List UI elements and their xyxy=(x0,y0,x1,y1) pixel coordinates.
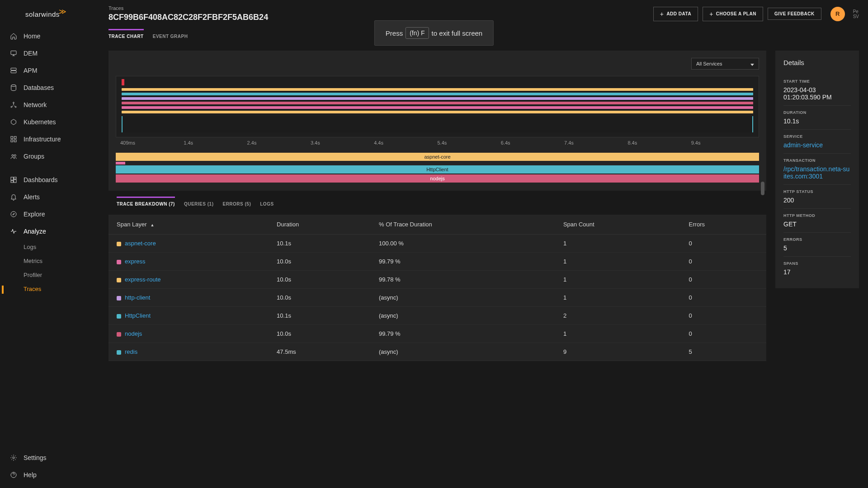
nav-label: DEM xyxy=(24,50,38,57)
layer-link[interactable]: aspnet-core xyxy=(125,240,156,247)
layer-link[interactable]: http-client xyxy=(125,294,150,301)
table-row[interactable]: HttpClient10.1s(async)20 xyxy=(108,307,766,325)
cell-pct: (async) xyxy=(371,307,555,325)
table-row[interactable]: http-client10.0s(async)10 xyxy=(108,289,766,307)
detail-spans: Spans 17 xyxy=(783,257,851,280)
nav-help[interactable]: Help xyxy=(0,466,99,483)
table-row[interactable]: express-route10.0s99.78 %10 xyxy=(108,271,766,289)
svg-rect-8 xyxy=(11,136,13,139)
table-row[interactable]: aspnet-core10.1s100.00 %10 xyxy=(108,235,766,253)
cell-pct: 99.79 % xyxy=(371,253,555,271)
cell-pct: (async) xyxy=(371,289,555,307)
sidebar: solarwinds≫ Home DEM APM Databases Netwo… xyxy=(0,0,99,488)
add-data-button[interactable]: Add Data xyxy=(653,7,698,21)
cell-duration: 10.0s xyxy=(269,253,371,271)
cell-span-count: 1 xyxy=(555,271,681,289)
avatar-meta: Pe SV xyxy=(853,9,859,19)
cell-pct: (async) xyxy=(371,343,555,361)
dashboard-icon xyxy=(10,176,17,183)
timeline-ticks: 409ms 1.4s 2.4s 3.4s 4.4s 5.4s 6.4s 7.4s… xyxy=(116,137,759,148)
detail-http-status: HTTP Status 200 xyxy=(783,185,851,209)
tab-trace-chart[interactable]: Trace Chart xyxy=(108,29,144,42)
svg-marker-19 xyxy=(13,213,14,215)
subnav-logs[interactable]: Logs xyxy=(24,240,99,254)
layer-link[interactable]: express-route xyxy=(125,276,160,283)
cell-span-count: 2 xyxy=(555,307,681,325)
tab-logs[interactable]: Logs xyxy=(260,198,274,210)
nav-analyze[interactable]: Analyze xyxy=(0,223,99,240)
choose-plan-button[interactable]: Choose A Plan xyxy=(703,7,763,21)
nav-network[interactable]: Network xyxy=(0,96,99,113)
svg-point-12 xyxy=(12,155,14,156)
tab-event-graph[interactable]: Event Graph xyxy=(153,30,188,42)
nav-dem[interactable]: DEM xyxy=(0,45,99,62)
subnav-traces[interactable]: Traces xyxy=(24,282,99,296)
tab-errors[interactable]: Errors (5) xyxy=(222,198,251,210)
cell-duration: 10.0s xyxy=(269,325,371,343)
nav-dashboards[interactable]: Dashboards xyxy=(0,171,99,188)
tab-queries[interactable]: Queries (1) xyxy=(184,198,214,210)
cell-duration: 47.5ms xyxy=(269,343,371,361)
compass-icon xyxy=(10,211,17,218)
cell-errors: 0 xyxy=(681,253,766,271)
col-span-count[interactable]: Span Count xyxy=(555,215,681,235)
nav-kubernetes[interactable]: Kubernetes xyxy=(0,113,99,131)
nav-label: Settings xyxy=(24,454,47,461)
cell-span-count: 1 xyxy=(555,325,681,343)
cell-errors: 5 xyxy=(681,343,766,361)
legend-nodejs[interactable]: nodejs xyxy=(116,174,759,183)
legend-aspnet-core[interactable]: aspnet-core xyxy=(116,153,759,161)
svg-point-13 xyxy=(14,155,16,156)
nav-explore[interactable]: Explore xyxy=(0,206,99,223)
legend-express[interactable] xyxy=(116,162,125,164)
avatar[interactable]: R xyxy=(830,7,845,21)
subnav-metrics[interactable]: Metrics xyxy=(24,254,99,268)
network-icon xyxy=(10,101,17,108)
color-swatch xyxy=(117,350,121,355)
nav-label: Databases xyxy=(24,84,54,91)
give-feedback-button[interactable]: Give Feedback xyxy=(768,8,821,20)
svg-marker-7 xyxy=(11,119,16,125)
nav-settings[interactable]: Settings xyxy=(0,449,99,466)
table-row[interactable]: nodejs10.0s99.79 %10 xyxy=(108,325,766,343)
layer-link[interactable]: nodejs xyxy=(125,330,142,337)
nav-label: Dashboards xyxy=(24,176,58,183)
subnav-profiler[interactable]: Profiler xyxy=(24,268,99,282)
col-pct[interactable]: % Of Trace Duration xyxy=(371,215,555,235)
layer-link[interactable]: redis xyxy=(125,348,137,355)
nav-groups[interactable]: Groups xyxy=(0,148,99,165)
svg-rect-10 xyxy=(11,140,13,142)
nav-label: Network xyxy=(24,101,47,108)
nav-label: Help xyxy=(24,471,37,479)
svg-point-18 xyxy=(11,211,16,217)
layer-link[interactable]: express xyxy=(125,258,146,265)
layer-link[interactable]: HttpClient xyxy=(125,312,151,319)
gear-icon xyxy=(10,454,17,461)
pulse-icon xyxy=(10,228,17,235)
details-panel: Details Start Time 2023-04-03 01:20:03.5… xyxy=(775,51,859,288)
legend-httpclient[interactable]: HttpClient xyxy=(116,165,759,174)
nav-infrastructure[interactable]: Infrastructure xyxy=(0,131,99,148)
table-row[interactable]: express10.0s99.79 %10 xyxy=(108,253,766,271)
cell-duration: 10.1s xyxy=(269,235,371,253)
detail-transaction: Transaction /rpc/transaction.neta-suites… xyxy=(783,154,851,185)
col-errors[interactable]: Errors xyxy=(681,215,766,235)
tab-trace-breakdown[interactable]: Trace Breakdown (7) xyxy=(117,197,175,210)
table-row[interactable]: redis47.5ms(async)95 xyxy=(108,343,766,361)
col-span-layer[interactable]: Span Layer xyxy=(108,215,269,235)
svg-rect-11 xyxy=(14,140,16,142)
nav-label: Explore xyxy=(24,211,45,218)
nav-alerts[interactable]: Alerts xyxy=(0,188,99,206)
chart-scrollbar[interactable] xyxy=(761,182,764,195)
waterfall-chart[interactable] xyxy=(116,76,759,137)
svg-rect-15 xyxy=(14,177,16,179)
nav-home[interactable]: Home xyxy=(0,28,99,45)
breadcrumb-parent[interactable]: Traces xyxy=(108,5,653,11)
col-duration[interactable]: Duration xyxy=(269,215,371,235)
nav-databases[interactable]: Databases xyxy=(0,79,99,96)
cell-span-count: 1 xyxy=(555,235,681,253)
detail-http-method: HTTP Method GET xyxy=(783,209,851,233)
nav-apm[interactable]: APM xyxy=(0,62,99,79)
services-filter[interactable]: All Services xyxy=(691,58,759,70)
grid-icon xyxy=(10,136,17,143)
